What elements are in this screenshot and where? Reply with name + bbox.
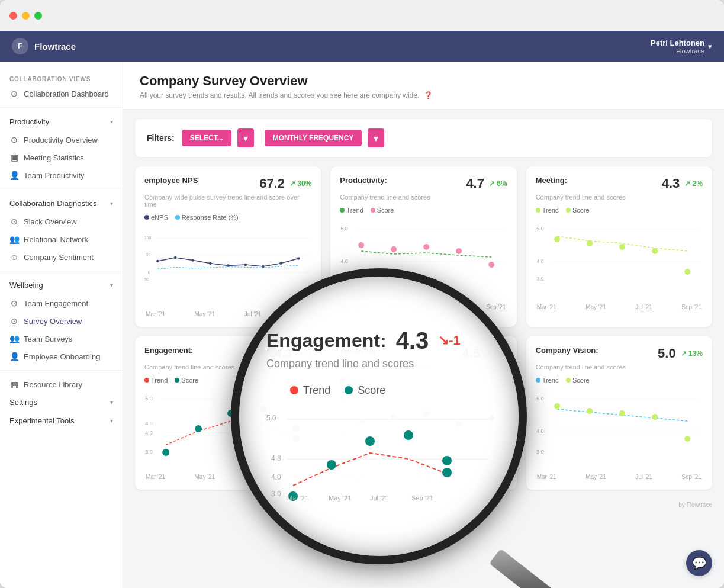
svg-point-15 [297,257,300,259]
meeting-subtitle: Company trend line and scores [536,194,703,201]
wellbeing-trend: ↗ 11% [485,349,507,358]
svg-text:4.0: 4.0 [340,258,348,264]
enps-legend: eNPS Response Rate (%) [144,214,311,221]
company-vision-title: Company Vision: [536,346,598,355]
sidebar-item-resource-library[interactable]: ▦ Resource Library [0,375,123,393]
frequency-filter-dropdown[interactable]: ▾ [368,128,384,147]
svg-point-55 [488,415,494,421]
sidebar-item-relational-network[interactable]: 👥 Relational Network [0,230,123,248]
svg-point-14 [279,262,282,264]
sidebar-item-team-engagement[interactable]: ⊙ Team Engagement [0,294,123,312]
sidebar: COLLABORATION VIEWS ⊙ Collaboration Dash… [0,62,123,588]
main-content: Company Survey Overview All your survey … [123,62,724,588]
titlebar [0,0,724,31]
svg-text:0: 0 [148,270,150,274]
wellbeing-score: 4.5 [462,346,481,361]
svg-point-8 [174,256,176,259]
top-cards-grid: employee NPS 67.2 ↗ 30% Company wide pul… [123,157,724,336]
productivity-x-axis: May '21Jul '21Sep '21 [340,304,507,310]
close-btn[interactable] [9,12,17,20]
sidebar-item-meeting-statistics[interactable]: ▣ Meeting Statistics [0,149,123,166]
svg-point-32 [619,244,625,250]
engagement-card: Engagement: 4.3 ↘ -1 Company trend line … [135,336,321,490]
logo-text: Flowtrace [34,41,76,52]
settings-group[interactable]: Settings ▾ [0,393,123,412]
svg-point-64 [652,414,658,420]
meeting-trend: ↗ 2% [684,179,703,188]
enps-x-axis: Mar '21May '21Jul '21Sep '21 [144,311,311,317]
help-icon[interactable]: ❓ [424,91,433,99]
productivity-group[interactable]: Productivity ▾ [0,113,123,131]
sidebar-item-employee-onboarding[interactable]: 👤 Employee Onboarding [0,348,123,365]
team-productivity-icon: 👤 [9,171,19,180]
frequency-filter-button[interactable]: MONTHLY FREQUENCY [265,130,362,146]
svg-point-23 [456,248,462,254]
sidebar-item-team-productivity[interactable]: 👤 Team Productivity [0,166,123,184]
sidebar-item-label: Slack Overview [24,217,77,226]
select-filter-dropdown[interactable]: ▾ [237,128,254,147]
sidebar-item-label: Resource Library [24,380,82,389]
sidebar-item-label: Company Sentiment [24,253,94,262]
meeting-legend: Trend Score [536,207,703,214]
engagement-score: 4.3 [275,346,293,361]
wellbeing-card-header: Wellbeing: 4.5 ↗ 11% [340,346,507,361]
wellbeing-group[interactable]: Wellbeing ▾ [0,276,123,294]
dashboard-icon: ⊙ [9,89,19,98]
sentiment-icon: ☺ [9,252,19,262]
svg-point-52 [391,414,397,420]
wellbeing-card: Wellbeing: 4.5 ↗ 11% Company trend line … [330,336,516,490]
svg-point-34 [684,269,690,275]
svg-text:-50: -50 [144,277,149,281]
svg-text:5.0: 5.0 [340,396,348,401]
enps-trend: ↗ 30% [289,179,311,188]
productivity-chart: 5.0 4.0 [340,219,507,301]
sidebar-item-survey-overview[interactable]: ⊙ Survey Overview [0,312,123,330]
diagnostics-group[interactable]: Collaboration Diagnostics ▾ [0,194,123,213]
page-title: Company Survey Overview [140,73,707,89]
meeting-card: Meeting: 4.3 ↗ 2% Company trend line and… [526,166,712,327]
svg-point-45 [292,425,300,432]
wellbeing-legend: Score [340,377,507,384]
svg-point-46 [292,435,300,442]
user-info[interactable]: Petri Lehtonen Flowtrace ▾ [651,38,712,54]
experimental-label: Experimental Tools [9,416,75,425]
engagement-trend: ↘ -1 [297,349,311,358]
sidebar-item-company-sentiment[interactable]: ☺ Company Sentiment [0,248,123,266]
meeting-x-axis: Mar '21May '21Jul '21Sep '21 [536,304,703,310]
diagnostics-label: Collaboration Diagnostics [9,199,96,208]
maximize-btn[interactable] [34,12,42,20]
filters-label: Filters: [147,133,175,143]
svg-text:5.0: 5.0 [340,226,348,232]
enps-title: employee NPS [144,176,198,185]
user-dropdown-icon[interactable]: ▾ [708,42,712,51]
chat-button[interactable]: 💬 [686,550,712,576]
experimental-chevron-icon: ▾ [110,417,113,424]
minimize-btn[interactable] [22,12,30,20]
sidebar-item-productivity-overview[interactable]: ⊙ Productivity Overview [0,131,123,149]
wellbeing-label: Wellbeing [9,281,43,290]
svg-text:4.0: 4.0 [536,428,544,434]
productivity-trend: ↗ 6% [489,179,507,188]
company-vision-subtitle: Company trend line and scores [536,364,703,371]
svg-point-65 [684,436,690,442]
settings-label: Settings [9,398,37,407]
experimental-group[interactable]: Experimental Tools ▾ [0,412,123,430]
svg-point-62 [587,408,593,414]
sidebar-item-slack-overview[interactable]: ⊙ Slack Overview [0,213,123,230]
sidebar-item-collab-dashboard[interactable]: ⊙ Collaboration Dashboard [0,85,123,102]
svg-point-61 [554,403,560,409]
select-filter-button[interactable]: SELECT... [182,130,231,146]
app-window: F Flowtrace Petri Lehtonen Flowtrace ▾ C… [0,0,724,588]
content-area: COLLABORATION VIEWS ⊙ Collaboration Dash… [0,62,724,588]
app-body: F Flowtrace Petri Lehtonen Flowtrace ▾ C… [0,31,724,588]
svg-point-20 [358,242,364,248]
wellbeing-x-axis: May '21Jul '21Sep '21 [340,474,507,480]
sidebar-item-team-surveys[interactable]: 👥 Team Surveys [0,330,123,348]
chat-icon: 💬 [692,556,707,570]
sidebar-item-label: Survey Overview [24,317,82,326]
svg-point-43 [227,410,234,417]
meeting-card-header: Meeting: 4.3 ↗ 2% [536,176,703,191]
watermark: by Flowtrace [123,499,724,513]
svg-point-63 [619,410,625,416]
team-surveys-icon: 👥 [9,334,19,343]
